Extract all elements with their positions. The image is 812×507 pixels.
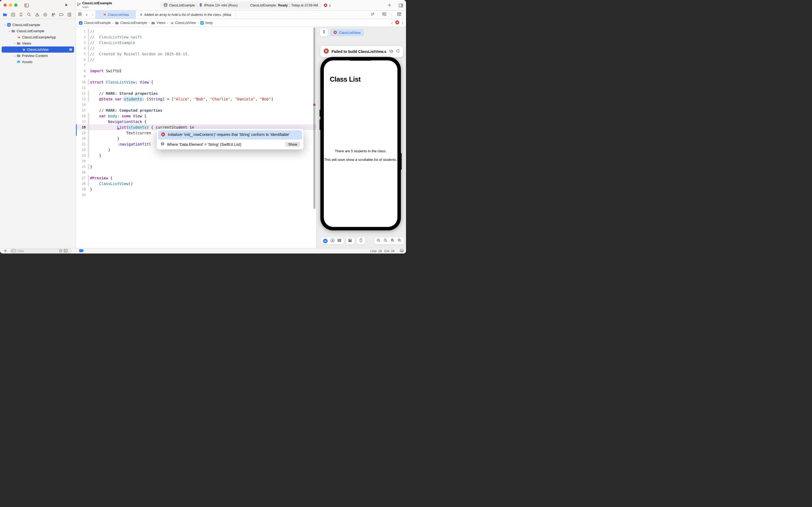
- error-count-badge[interactable]: 1: [324, 3, 331, 8]
- refresh-preview-icon[interactable]: [396, 49, 400, 54]
- code-line[interactable]: 28 ClassListView(): [76, 181, 316, 186]
- code-line[interactable]: 16 var body: some View {: [76, 113, 316, 119]
- code-line[interactable]: 29}: [76, 186, 316, 192]
- close-button[interactable]: [3, 3, 7, 7]
- code-line[interactable]: 4//: [76, 45, 316, 51]
- code-line[interactable]: 2// ClassListView.swift: [76, 34, 316, 40]
- back-button[interactable]: ‹: [84, 12, 90, 17]
- code-line[interactable]: 3// ClassListExample: [76, 40, 316, 45]
- adjust-editor-options-icon[interactable]: [380, 12, 388, 17]
- code-line[interactable]: 8import SwiftUI: [76, 68, 316, 73]
- code-line[interactable]: 15 // MARK: Computed properties: [76, 107, 316, 113]
- scheme-selector[interactable]: A ClassListExample › iPhone 13+ mini (Ru…: [164, 3, 238, 8]
- reports-navigator-icon[interactable]: [67, 12, 72, 17]
- recent-files-icon[interactable]: [59, 249, 63, 253]
- code-line[interactable]: 13 @State var students: [String] = ["Ali…: [76, 96, 316, 102]
- iphone-preview: Class List There are 5 students in the c…: [321, 57, 401, 230]
- code-line[interactable]: 26: [76, 169, 316, 175]
- pin-preview-button[interactable]: [320, 29, 328, 37]
- disclosure-icon[interactable]: ›: [13, 42, 16, 45]
- disclosure-icon[interactable]: ›: [8, 29, 11, 33]
- disclosure-icon[interactable]: ›: [3, 23, 7, 27]
- live-preview-button[interactable]: ▶: [323, 239, 328, 243]
- scheme-bar[interactable]: A ClassListExample › iPhone 13+ mini (Ru…: [160, 2, 321, 9]
- breadcrumb-classlistexample[interactable]: ClassListExample: [115, 21, 147, 25]
- toggle-right-sidebar-icon[interactable]: [399, 3, 403, 9]
- variants-mode-icon[interactable]: [337, 238, 342, 243]
- sidebar-item-views[interactable]: ›Views: [2, 40, 74, 47]
- build-failed-banner[interactable]: Failed to build ClassListView.s...: [321, 46, 403, 57]
- filter-field[interactable]: [10, 249, 72, 253]
- toggle-debug-area-icon[interactable]: [400, 248, 404, 253]
- source-control-navigator-icon[interactable]: [11, 12, 15, 17]
- find-navigator-icon[interactable]: [27, 12, 32, 17]
- code-line[interactable]: 23 }: [76, 153, 316, 158]
- code-line[interactable]: 11: [76, 85, 316, 91]
- zoom-button[interactable]: [14, 3, 17, 7]
- toggle-left-sidebar-icon[interactable]: [24, 3, 29, 9]
- next-issue-button[interactable]: ›: [402, 21, 403, 25]
- code-line[interactable]: 1//: [76, 29, 316, 34]
- zoom-in-icon[interactable]: [397, 238, 402, 243]
- code-line[interactable]: 7: [76, 62, 316, 68]
- sidebar-item-classlistexample[interactable]: ›AClassListExample: [2, 22, 74, 28]
- project-navigator-icon[interactable]: [3, 12, 7, 17]
- minimize-button[interactable]: [9, 3, 12, 7]
- commit-hash-icon: #: [140, 13, 142, 17]
- zoom-fit-icon[interactable]: [391, 238, 395, 243]
- code-line[interactable]: 30: [76, 192, 316, 198]
- sidebar-item-classlistview[interactable]: ClassListViewM: [2, 47, 74, 53]
- breadcrumb-classlistview[interactable]: ClassListView: [170, 21, 196, 25]
- issue-error-icon[interactable]: [395, 20, 400, 26]
- breadcrumb-classlistexample[interactable]: AClassListExample: [79, 21, 111, 25]
- run-button[interactable]: [64, 3, 68, 8]
- sidebar-item-preview content[interactable]: ›Preview Content: [2, 53, 74, 59]
- related-items-icon[interactable]: [76, 12, 84, 17]
- sidebar-item-assets[interactable]: Assets: [2, 59, 74, 65]
- device-pill[interactable]: [357, 237, 365, 244]
- disclosure-icon[interactable]: ›: [13, 54, 17, 57]
- code-line[interactable]: 5// Created by Russell Gordon on 2025-03…: [76, 51, 316, 57]
- code-line[interactable]: 25}: [76, 164, 316, 169]
- code-line[interactable]: 9: [76, 73, 316, 79]
- folder-icon: [115, 21, 119, 25]
- forward-button[interactable]: ›: [90, 12, 96, 17]
- issues-navigator-icon[interactable]: [35, 12, 40, 17]
- editor-scrollbar[interactable]: [313, 27, 315, 209]
- preview-tab[interactable]: ClassListView: [330, 29, 364, 36]
- breadcrumb-body[interactable]: Pbody: [200, 21, 213, 25]
- code-line[interactable]: 6//: [76, 57, 316, 62]
- breakpoints-navigator-icon[interactable]: [59, 12, 64, 17]
- zoom-100-icon[interactable]: 1: [384, 238, 388, 243]
- filter-input[interactable]: [17, 249, 58, 253]
- zoom-out-icon[interactable]: [376, 238, 381, 243]
- tab-classlistview[interactable]: ClassListView: [95, 10, 136, 19]
- add-tab-button[interactable]: [387, 3, 392, 9]
- sidebar-item-classlistexampleapp[interactable]: ClassListExampleApp: [2, 34, 74, 40]
- code-line[interactable]: 12 // MARK: Stored properties: [76, 91, 316, 96]
- previous-issue-button[interactable]: ‹: [391, 21, 393, 25]
- diagnostics-icon[interactable]: [389, 49, 393, 55]
- tab-commit-message[interactable]: # Added an array to hold a list of stude…: [136, 10, 236, 19]
- selectable-mode-icon[interactable]: [330, 238, 335, 243]
- debug-navigator-icon[interactable]: [51, 12, 56, 17]
- breadcrumb-views[interactable]: Views: [151, 21, 165, 25]
- show-button[interactable]: Show: [285, 142, 300, 147]
- source-editor[interactable]: 1//2// ClassListView.swift3// ClassListE…: [76, 27, 316, 248]
- preview-text-1: There are 5 students in the class.: [324, 149, 397, 153]
- breakpoint-indicator[interactable]: [79, 249, 84, 253]
- code-line[interactable]: 17 NavigationStack {: [76, 119, 316, 124]
- sidebar-item-classlistexample[interactable]: ›ClassListExample: [2, 28, 74, 34]
- chevron-icon: ›: [167, 21, 168, 24]
- bookmarks-navigator-icon[interactable]: [19, 12, 23, 17]
- code-line[interactable]: 14: [76, 102, 316, 107]
- tests-navigator-icon[interactable]: [43, 12, 48, 17]
- device-settings-pill[interactable]: [346, 237, 354, 244]
- code-review-icon[interactable]: [368, 12, 377, 17]
- flagged-files-icon[interactable]: [64, 249, 68, 253]
- code-line[interactable]: 10struct ClassListView: View {: [76, 79, 316, 85]
- code-line[interactable]: 24: [76, 158, 316, 164]
- add-button[interactable]: [3, 249, 7, 253]
- code-line[interactable]: 27#Preview {: [76, 175, 316, 181]
- add-editor-icon[interactable]: [395, 12, 403, 17]
